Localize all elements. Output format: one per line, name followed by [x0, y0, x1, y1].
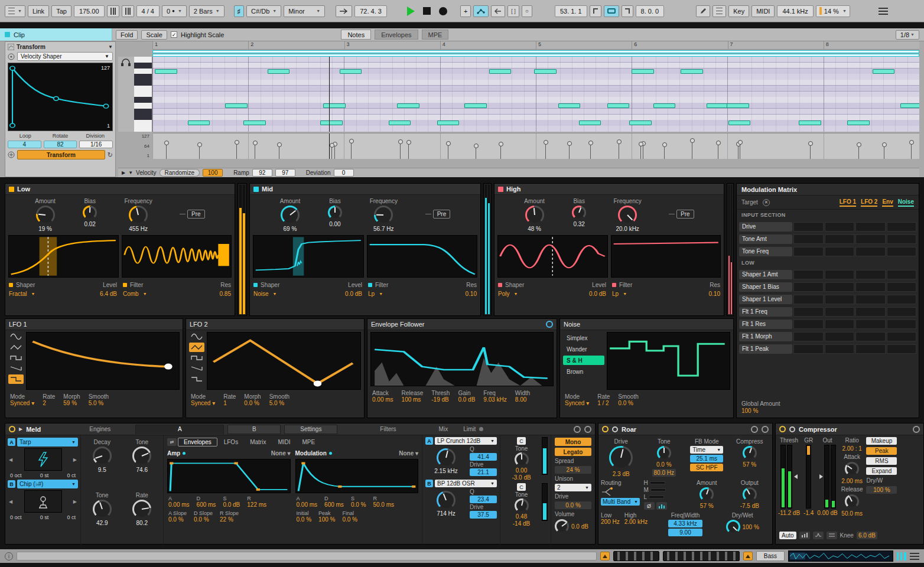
device-power-icon[interactable]: [602, 426, 609, 432]
auto-release-button[interactable]: Auto: [779, 532, 796, 539]
compress-knob[interactable]: [743, 446, 757, 460]
matrix-cell[interactable]: [825, 332, 855, 341]
play-button[interactable]: [407, 6, 415, 16]
filter-a-freq-knob[interactable]: [437, 448, 456, 467]
noise-type-brown[interactable]: Brown: [563, 367, 604, 376]
semitone-value[interactable]: 0 st: [40, 514, 49, 520]
attack-value[interactable]: 2.00 ms: [841, 478, 863, 484]
midi-note[interactable]: [155, 69, 177, 74]
param-value[interactable]: 0.00 ms: [168, 501, 190, 508]
hot-swap-icon[interactable]: [751, 426, 758, 433]
punch-in-icon[interactable]: [590, 5, 601, 17]
threshold-handle[interactable]: [794, 474, 798, 479]
scale-name-menu[interactable]: Minor▼: [284, 5, 325, 17]
morph-value[interactable]: 0.0 %: [244, 400, 261, 406]
filter-type[interactable]: Comb: [123, 291, 139, 297]
q-value[interactable]: 41.4: [470, 453, 497, 461]
comp-dry-wet-value[interactable]: 100 %: [866, 486, 897, 494]
transform-apply-button[interactable]: Transform: [17, 150, 105, 159]
width-value[interactable]: 9.00: [668, 529, 702, 536]
matrix-target-name[interactable]: Shaper 1 Level: [739, 295, 792, 304]
macro-knob[interactable]: [132, 447, 151, 465]
velocity-marker[interactable]: [643, 144, 643, 159]
nudge-down-icon[interactable]: [107, 5, 119, 17]
lfo-shape-sine-icon[interactable]: [189, 332, 204, 341]
param-value[interactable]: 0.0 %: [351, 501, 366, 508]
rate-value[interactable]: 2: [43, 400, 55, 406]
global-amount-value[interactable]: 100 %: [741, 408, 914, 414]
amount-value[interactable]: 57 %: [700, 503, 714, 509]
next-engine-icon[interactable]: ▶: [73, 499, 77, 504]
matrix-cell[interactable]: [855, 222, 886, 232]
capture-midi-icon[interactable]: ○: [522, 5, 532, 17]
piano-keys[interactable]: [134, 57, 152, 132]
filter-display[interactable]: [122, 235, 232, 278]
dry-wet-value[interactable]: 100 %: [743, 524, 759, 530]
midi-note[interactable]: [629, 120, 652, 125]
frequency-knob[interactable]: [374, 206, 393, 224]
output-handle[interactable]: [819, 474, 823, 479]
filter-b-freq-knob[interactable]: [437, 491, 456, 510]
matrix-cell[interactable]: [825, 320, 855, 329]
bias-value[interactable]: 0.02: [84, 221, 95, 227]
velocity-marker[interactable]: [331, 145, 332, 159]
input-meter-l[interactable]: [780, 445, 786, 509]
matrix-cell[interactable]: [825, 295, 855, 304]
matrix-cell[interactable]: [887, 320, 917, 329]
grid-icon[interactable]: [712, 5, 726, 17]
matrix-cell[interactable]: [887, 282, 917, 292]
source-lfo1[interactable]: LFO 1: [840, 198, 856, 207]
velocity-marker[interactable]: [738, 144, 738, 159]
lfo-shape-ramp-icon[interactable]: [8, 364, 24, 373]
collapsed-view-icon[interactable]: [827, 532, 837, 539]
subtab-lfos[interactable]: LFOs: [219, 438, 243, 447]
lfo-shape-square-icon[interactable]: [8, 353, 24, 363]
route-b-button[interactable]: C: [517, 483, 526, 491]
param-value[interactable]: 0.0 %: [297, 516, 312, 523]
track-scroll-up-button[interactable]: [743, 552, 753, 561]
level-value[interactable]: 6.4 dB: [100, 291, 117, 297]
save-preset-icon[interactable]: [584, 426, 591, 433]
drive-value[interactable]: 21.1: [470, 468, 497, 476]
tab-notes[interactable]: Notes: [341, 30, 371, 40]
matrix-target-name[interactable]: Flt 1 Res: [739, 320, 792, 329]
amount-knob[interactable]: [699, 487, 714, 501]
save-preset-icon[interactable]: [762, 426, 769, 433]
attack-knob[interactable]: [845, 462, 859, 476]
filter-type[interactable]: Lp: [368, 291, 375, 297]
velocity-marker[interactable]: [199, 145, 200, 159]
filter-a-type-select[interactable]: LP Crunch 12dB▼: [435, 437, 497, 445]
lfo-shape-sample-hold-icon[interactable]: [8, 374, 24, 384]
peak-button[interactable]: Peak: [866, 447, 897, 455]
midi-note[interactable]: [727, 103, 749, 108]
midi-note[interactable]: [728, 120, 751, 125]
oct-value[interactable]: 0 oct: [10, 514, 22, 520]
matrix-cell[interactable]: [887, 270, 917, 279]
bias-knob[interactable]: [83, 206, 97, 220]
matrix-cell[interactable]: [855, 282, 886, 292]
matrix-target-name[interactable]: Tone Freq: [739, 247, 792, 256]
mix-b-volume-value[interactable]: -14 dB: [513, 520, 530, 527]
amount-value[interactable]: 19 %: [38, 226, 52, 232]
matrix-target-name[interactable]: Shaper 1 Amt: [739, 270, 792, 279]
lfo1-waveform-display[interactable]: [26, 332, 180, 390]
matrix-cell[interactable]: [793, 307, 824, 317]
param-value[interactable]: 0.0 dB: [458, 396, 475, 403]
sample-rate-display[interactable]: 44.1 kHz: [777, 5, 813, 17]
param-value[interactable]: 0.00 ms: [297, 501, 318, 508]
midi-note[interactable]: [320, 120, 343, 125]
param-value[interactable]: 0.00 ms: [372, 396, 393, 403]
midi-note[interactable]: [579, 120, 601, 125]
frequency-knob[interactable]: [129, 206, 148, 224]
loop-length-display[interactable]: 8. 0. 0: [636, 5, 665, 17]
rms-button[interactable]: RMS: [866, 457, 897, 465]
device-fold-icon[interactable]: ▶: [19, 426, 22, 432]
low-split-value[interactable]: 200 Hz: [601, 519, 620, 525]
high-split-value[interactable]: 2.00 kHz: [624, 519, 648, 525]
cent-value[interactable]: 0 ct: [67, 514, 76, 520]
lfo-shape-triangle-icon[interactable]: [189, 343, 204, 352]
midi-note[interactable]: [900, 103, 919, 108]
lfo-shape-sample-hold-icon[interactable]: [189, 374, 204, 384]
shaper-type[interactable]: Poly: [498, 291, 509, 297]
tab-b[interactable]: B: [227, 425, 281, 434]
